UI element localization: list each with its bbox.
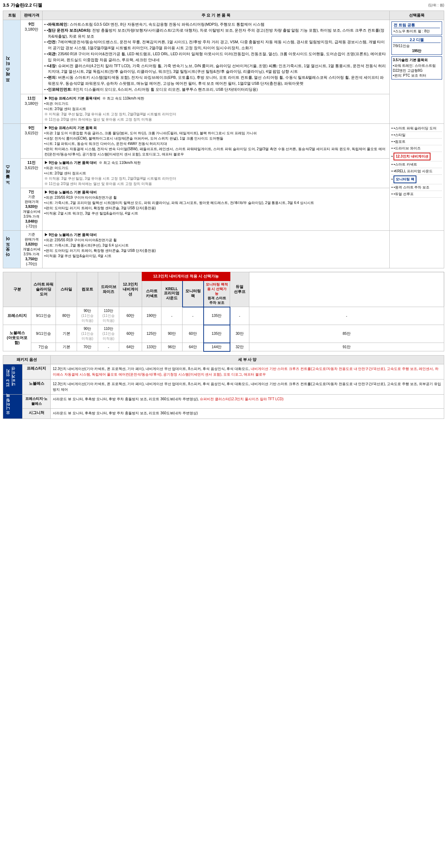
pkg-monitoring-pn-red: 슈퍼비전 클러스터(12.3인치 풀사이즈 칼라 TFT LCD) xyxy=(200,397,283,401)
pt-trim-noblesse: 노블레스(아웃도어포함) xyxy=(3,325,31,351)
pkg-navi-prestij-red: 내비게이션 기반 스마트 크루즈 컨트롤(고속도로/자동차 전용도로 내 안전구… xyxy=(53,367,439,376)
pkg-navi-label: 12.3인치내비게이션 xyxy=(3,364,23,394)
opt-comfort[interactable]: •컴포트 xyxy=(391,139,442,145)
package-table: 패키지 옵션 세 부 사 양 12.3인치내비게이션 프레스티지 12.3인치 … xyxy=(3,355,444,419)
pt-krell-noblesse-7: 64만 xyxy=(183,343,204,351)
diesel-price: 195만 xyxy=(393,49,441,53)
price-cell-noblesse-7: 7인 기준 판매가격 3,920만 개별소비세 3.5% 가격 3,848만 (… xyxy=(21,188,43,230)
trim-cell-noblesse: 노블레스 xyxy=(3,123,21,230)
opt-monitoring[interactable]: 모니터링 팩 xyxy=(391,175,442,184)
trim-label-prestij: 프레스티지 xyxy=(5,58,11,85)
features-noblesse-7: ▶ 9인승 노블레스 기본 품목 대비 •외관: 235/55 R19 구이어 … xyxy=(43,188,390,230)
pt-connect-noblesse-7: 96만 xyxy=(161,343,183,351)
f11-line1: •외관: 머드가드 xyxy=(44,101,388,106)
opt-krell[interactable]: •KRELL 프리미엄 사운드 xyxy=(391,168,442,175)
price-noblesse-11: 3,615만 xyxy=(23,165,40,171)
common-options-item: •스노우 화이트 펄 : 8만 xyxy=(394,29,440,34)
pt-sunroof-noblesse-7: 91만 xyxy=(249,343,444,351)
pt-th-dual-sunroof: 듀얼선루프 xyxy=(230,272,249,307)
table-row: 노블레스 9인 3,615만 ▶ 9인승 프레스티지 기본 품목 외 •외관: … xyxy=(3,123,444,158)
pt-style-noblesse-7: 70만 xyxy=(77,343,98,351)
pkg-monitoring-label: 모니터링 팩 xyxy=(3,394,23,419)
trim-label-noblesse: 노블레스 xyxy=(5,166,11,187)
features-noblesse-11: ▶ 9인승 노블레스 기본 품목 대비 ※ 최고 속도 110km/h 제한 •… xyxy=(43,158,390,188)
th-options: 선택품목 xyxy=(390,11,444,20)
options-cell-prestij: 전 트림 공통 •스노우 화이트 펄 : 8만 2.2 디젤 7/9/11인승 … xyxy=(390,20,444,124)
n7-f3: •편의: 도어타입 러기지 트레이, 확장형 센터콘솔, 3열 USB 단자(충… xyxy=(44,205,388,211)
seats-9: 9인 xyxy=(23,21,40,27)
pkg-monitoring-sig-label: 시그니처 xyxy=(23,409,51,419)
trim-label-outdoor: 아웃도어 xyxy=(5,239,11,260)
pt-row-noblesse-9: 노블레스(아웃도어포함) 9/11인승 기본 90만(11인승미적용) 110만… xyxy=(3,325,444,343)
pkg-navi-prestij-label: 프레스티지 xyxy=(23,364,51,379)
od-header: ▶ 9인승 노블레스 기본 품목 대비 xyxy=(44,232,388,237)
pkg-row-monitoring-sig: 시그니처 서라운드 뷰 모니터, 후측방 모니터, 후방 주차 충돌방지 보조,… xyxy=(3,409,444,419)
n9-f3: •시트: 1열 파워시트, 동승석 워크인 다바이스, 운전석 4WAY 전동식… xyxy=(44,141,388,146)
features-outdoor: ▶ 9인승 노블레스 기본 품목 대비 •외관: 235/55 R19 구이어 … xyxy=(43,230,390,268)
n9-f1: •외관: 1열 도어 이중접합 차음 글라스, 크롬 몰딩(범퍼, 도어 하단)… xyxy=(44,130,388,136)
outdoor-base-label: 기준 xyxy=(23,232,40,237)
outdoor-price-base: 3,820만 xyxy=(23,242,40,247)
pt-comfort-noblesse-9: 110만(11인승미적용) xyxy=(98,325,119,343)
features-noblesse-9: ▶ 9인승 프레스티지 기본 품목 외 •외관: 1열 도어 이중접합 차음 글… xyxy=(43,123,390,158)
pt-drive-wise-prestij: 60만 xyxy=(119,307,142,325)
opt-sunroof[interactable]: •듀얼 선루프 xyxy=(391,191,442,198)
od-f1: •외관: 235/55 R19 구이어 타이어&전면가공 휠 xyxy=(44,237,388,243)
pt-connect-prestij: - xyxy=(161,307,183,325)
pt-navi-prestij: 190만 xyxy=(142,307,161,325)
pt-th-smart-connect: 스마트카넥트 xyxy=(142,281,161,307)
pt-comfort-prestij: 110만(11인승미적용) xyxy=(98,307,119,325)
pkg-row-navi-prestij: 12.3인치내비게이션 프레스티지 12.3인치 내비게이션(기아 카넥트, 폰… xyxy=(3,364,444,379)
n7-header: ▶ 9인승 노블레스 기본 품목 대비 xyxy=(44,190,388,195)
n11-f1: •외관: 머드가드 xyxy=(44,165,388,171)
outdoor-base-sub: 판매가격 xyxy=(23,237,40,242)
table-row-noblesse-7: 7인 기준 판매가격 3,920만 개별소비세 3.5% 가격 3,848만 (… xyxy=(3,188,444,230)
pt-th-monitoring: 모니터링 팩 xyxy=(183,281,204,307)
pkg-monitoring-sig-detail: 서라운드 뷰 모니터, 후측방 모니터, 후방 주차 충돌방지 보조, 리모트 … xyxy=(51,409,444,419)
feature-item: •인포테인먼트: 8인치 디스플레이 오디오, 6스피커, 스티어링 휠 오디오… xyxy=(44,87,388,92)
price-cell-outdoor: 기준 판매가격 3,820만 개별소비세 3.5% 가격 3,750만 (-70… xyxy=(21,230,43,268)
pt-sunroof-prestij: - xyxy=(249,307,444,325)
gasoline-item1: •파워 트레인: 스마트스트림D22엔진 고급형8G xyxy=(393,63,441,73)
od-f4: •미적용: 3열 쿠션 틸업&슬라이딩, 4열 시트 xyxy=(44,253,388,259)
options-cell-outdoor xyxy=(390,230,444,268)
n11-header: ▶ 9인승 노블레스 기본 품목 대비 ※ 최고 속도 110km/h 제한 xyxy=(44,160,388,165)
outdoor-price-diff: (-70만) xyxy=(23,262,40,267)
feature-item: •편의: 버튼시동 스마트키 시스템(멀티색동 포함), 전자식 파킹브레이크(… xyxy=(44,75,388,87)
pt-connect-noblesse-9: 90만 xyxy=(161,325,183,343)
n7-f2: •시트: 가죽시트, 2열 프리미엄 릴렉션 시트(원터치 릴렉션 모드, 파워… xyxy=(44,200,388,205)
od-f2: •시트: 가죽시트, 2열 통풍시트(쿠션), 3열 6:4 상시시트 xyxy=(44,243,388,248)
od-f3: •편의: 도어타입 러기지 트레이, 확장형 센터콘솔, 3열 USB 단자(충… xyxy=(44,248,388,253)
opt-smart-power[interactable]: •스마트 파워 슬라이딩 도어 xyxy=(391,125,442,132)
n9-f2: •내장: 전자식 룸미러(ECM), 블랙하이그로시 내장재(콘솔 어퍼카버, … xyxy=(44,136,388,141)
opt-navi[interactable]: 12.3인치 내비게이션 xyxy=(391,152,442,161)
n7-f1: •외관: 235/55 R19 구이어 타이어&전면가공 휠 xyxy=(44,195,388,200)
pt-drive-wise-noblesse-9: 60만 xyxy=(119,325,142,343)
pt-smart-power-noblesse-9: 기본 xyxy=(56,325,77,343)
pt-krell-prestij: - xyxy=(183,307,204,325)
outdoor-tax-rate: 3.5% 가격 xyxy=(23,252,40,257)
price-base-sub: 판매가격 xyxy=(23,199,40,204)
feature-item: •외관: 235/60 R18 구이어 타이어&전면가공 휠, LED 헤드램프… xyxy=(44,51,388,63)
pkg-navi-noblesse-detail: 12.3인치 내비게이션(기아 카넥트, 폰 프로젝션, 기아 페이), 내비게… xyxy=(51,379,444,394)
pkg-monitoring-pn-label: 프레스티지·노블레스 xyxy=(23,394,51,409)
pt-th-navi-group: 12.3인치 내비게이션 적용 시 선택가능 xyxy=(142,272,230,281)
opt-smart-connect[interactable]: •스마트 카넥트 xyxy=(391,161,442,168)
diesel-box: 2.2 디젤 7/9/11인승 195만 xyxy=(391,36,442,55)
pt-drive-wise-noblesse-7: 64만 xyxy=(119,343,142,351)
opt-style[interactable]: •스타일 xyxy=(391,132,442,139)
price-n7-discounted: 3,848만 xyxy=(23,219,40,224)
price-prestij-9: 3,180만 xyxy=(23,27,40,32)
n11-note1: ※ 미적용: 3열 쿠션 틸업, 3열 유아용 시트 고정 장치, 2열/3열/… xyxy=(44,176,388,181)
page-wrapper: 3.5 가솔린/2.2 디젤 (단위 : 원) 트림 판매가격 주 요 기 본 … xyxy=(0,0,447,420)
n11-f2: •시트: 2/3열 센터 점프시트 xyxy=(44,171,388,176)
pt-krell-noblesse-9: 60만 xyxy=(183,325,204,343)
common-options-title: 전 트림 공통 xyxy=(394,23,440,28)
opt-drive-wise[interactable]: •드라이브 와이즈 xyxy=(391,145,442,152)
pt-remote-noblesse-9: 30만 xyxy=(230,325,249,343)
title-bar: 3.5 가솔린/2.2 디젤 (단위 : 원) xyxy=(3,1,444,9)
pkg-monitoring-text: 모니터링 팩 xyxy=(5,396,11,417)
opt-remote-park[interactable]: •원격 스마트 주차 보조 xyxy=(391,184,442,191)
pt-th-navi: 12.3인치내비게이션 xyxy=(119,272,142,307)
pkg-th-detail: 세 부 사 양 xyxy=(51,355,444,364)
